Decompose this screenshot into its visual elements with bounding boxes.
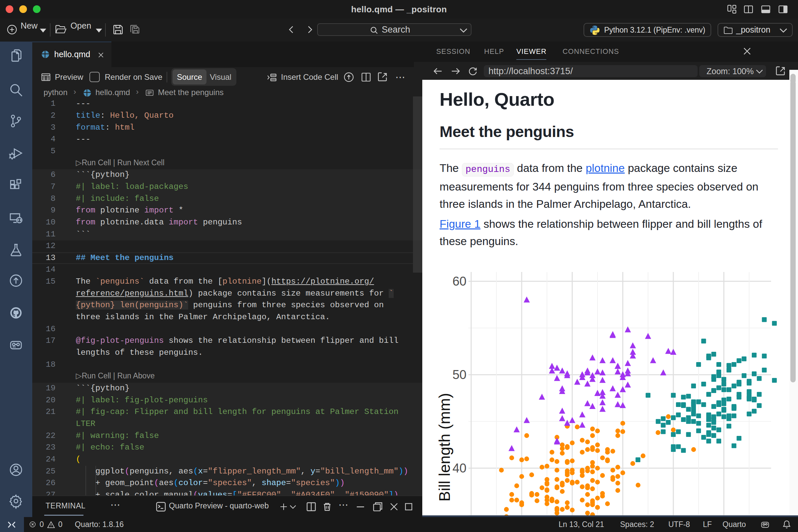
svg-text:Bill length (mm): Bill length (mm): [436, 393, 453, 501]
svg-text:40: 40: [453, 461, 467, 475]
svg-text:60: 60: [453, 274, 467, 288]
svg-text:50: 50: [453, 368, 467, 382]
